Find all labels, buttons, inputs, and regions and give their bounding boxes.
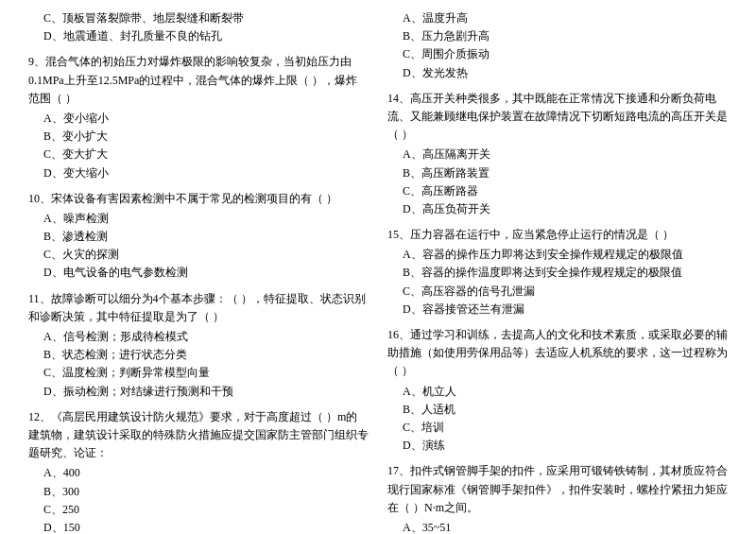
q11-option-d: D、振动检测；对结缘进行预测和干预 bbox=[28, 383, 369, 401]
left-column: C、顶板冒落裂隙带、地层裂缝和断裂带 D、地震通道、封孔质量不良的钻孔 9、混合… bbox=[28, 9, 369, 534]
q16-option-c: C、培训 bbox=[387, 419, 728, 437]
q10-option-a: A、噪声检测 bbox=[28, 210, 369, 228]
q15-option-c: C、高压容器的信号孔泄漏 bbox=[387, 283, 728, 301]
q16-option-a: A、机立人 bbox=[387, 383, 728, 401]
q11-option-b: B、状态检测；进行状态分类 bbox=[28, 346, 369, 364]
q14-option-c: C、高压断路器 bbox=[387, 182, 728, 200]
question-9: 9、混合气体的初始压力对爆炸极限的影响较复杂，当初始压力由0.1MPa上升至12… bbox=[28, 53, 369, 181]
question-15-text: 15、压力容器在运行中，应当紧急停止运行的情况是（ ） bbox=[387, 226, 728, 244]
right-option-b: B、压力急剧升高 bbox=[387, 27, 728, 45]
q11-option-c: C、温度检测；判断异常模型向量 bbox=[28, 364, 369, 382]
right-column: A、温度升高 B、压力急剧升高 C、周围介质振动 D、发光发热 14、高压开关种… bbox=[387, 9, 728, 534]
q12-option-d: D、150 bbox=[28, 519, 369, 534]
question-9-text: 9、混合气体的初始压力对爆炸极限的影响较复杂，当初始压力由0.1MPa上升至12… bbox=[28, 53, 369, 108]
question-14: 14、高压开关种类很多，其中既能在正常情况下接通和分断负荷电流、又能兼顾继电保护… bbox=[387, 90, 728, 218]
q12-option-c: C、250 bbox=[28, 501, 369, 519]
question-17-text: 17、扣件式钢管脚手架的扣件，应采用可锻铸铁铸制，其材质应符合现行国家标准《钢管… bbox=[387, 462, 728, 517]
q15-option-d: D、容器接管还兰有泄漏 bbox=[387, 301, 728, 319]
q14-option-a: A、高压隔离开关 bbox=[387, 146, 728, 164]
right-option-a: A、温度升高 bbox=[387, 9, 728, 27]
q12-option-a: A、400 bbox=[28, 464, 369, 482]
question-12-text: 12、《高层民用建筑设计防火规范》要求，对于高度超过（ ）m的建筑物，建筑设计采… bbox=[28, 408, 369, 463]
q9-option-a: A、变小缩小 bbox=[28, 110, 369, 128]
question-14-text: 14、高压开关种类很多，其中既能在正常情况下接通和分断负荷电流、又能兼顾继电保护… bbox=[387, 90, 728, 145]
question-cd: C、顶板冒落裂隙带、地层裂缝和断裂带 D、地震通道、封孔质量不良的钻孔 bbox=[28, 9, 369, 45]
question-10: 10、宋体设备有害因素检测中不属于常见的检测项目的有（ ） A、噪声检测 B、渗… bbox=[28, 190, 369, 283]
q11-option-a: A、信号检测；形成待检模式 bbox=[28, 328, 369, 346]
q10-option-c: C、火灾的探测 bbox=[28, 246, 369, 264]
q16-option-d: D、演练 bbox=[387, 437, 728, 455]
question-16: 16、通过学习和训练，去提高人的文化和技术素质，或采取必要的辅助措施（如使用劳保… bbox=[387, 326, 728, 455]
q14-option-d: D、高压负荷开关 bbox=[387, 200, 728, 218]
question-15: 15、压力容器在运行中，应当紧急停止运行的情况是（ ） A、容器的操作压力即将达… bbox=[387, 226, 728, 319]
option-d: D、地震通道、封孔质量不良的钻孔 bbox=[28, 27, 369, 45]
q17-option-a: A、35~51 bbox=[387, 519, 728, 534]
q14-option-b: B、高压断路装置 bbox=[387, 164, 728, 182]
q10-option-b: B、渗透检测 bbox=[28, 228, 369, 246]
right-option-c: C、周围介质振动 bbox=[387, 45, 728, 63]
question-17: 17、扣件式钢管脚手架的扣件，应采用可锻铸铁铸制，其材质应符合现行国家标准《钢管… bbox=[387, 462, 728, 534]
q16-option-b: B、人适机 bbox=[387, 401, 728, 419]
option-c: C、顶板冒落裂隙带、地层裂缝和断裂带 bbox=[28, 9, 369, 27]
question-16-text: 16、通过学习和训练，去提高人的文化和技术素质，或采取必要的辅助措施（如使用劳保… bbox=[387, 326, 728, 381]
q15-option-a: A、容器的操作压力即将达到安全操作规程规定的极限值 bbox=[387, 246, 728, 264]
q15-option-b: B、容器的操作温度即将达到安全操作规程规定的极限值 bbox=[387, 264, 728, 282]
question-11: 11、故障诊断可以细分为4个基本步骤：（ ），特征提取、状态识别和诊断决策，其中… bbox=[28, 290, 369, 401]
q12-option-b: B、300 bbox=[28, 483, 369, 501]
q9-option-b: B、变小扩大 bbox=[28, 128, 369, 146]
question-10-text: 10、宋体设备有害因素检测中不属于常见的检测项目的有（ ） bbox=[28, 190, 369, 208]
q9-option-d: D、变大缩小 bbox=[28, 164, 369, 182]
question-abcd-right: A、温度升高 B、压力急剧升高 C、周围介质振动 D、发光发热 bbox=[387, 9, 728, 82]
right-option-d: D、发光发热 bbox=[387, 64, 728, 82]
question-11-text: 11、故障诊断可以细分为4个基本步骤：（ ），特征提取、状态识别和诊断决策，其中… bbox=[28, 290, 369, 326]
question-12: 12、《高层民用建筑设计防火规范》要求，对于高度超过（ ）m的建筑物，建筑设计采… bbox=[28, 408, 369, 534]
q9-option-c: C、变大扩大 bbox=[28, 146, 369, 164]
q10-option-d: D、电气设备的电气参数检测 bbox=[28, 264, 369, 282]
page-content: C、顶板冒落裂隙带、地层裂缝和断裂带 D、地震通道、封孔质量不良的钻孔 9、混合… bbox=[28, 9, 728, 534]
